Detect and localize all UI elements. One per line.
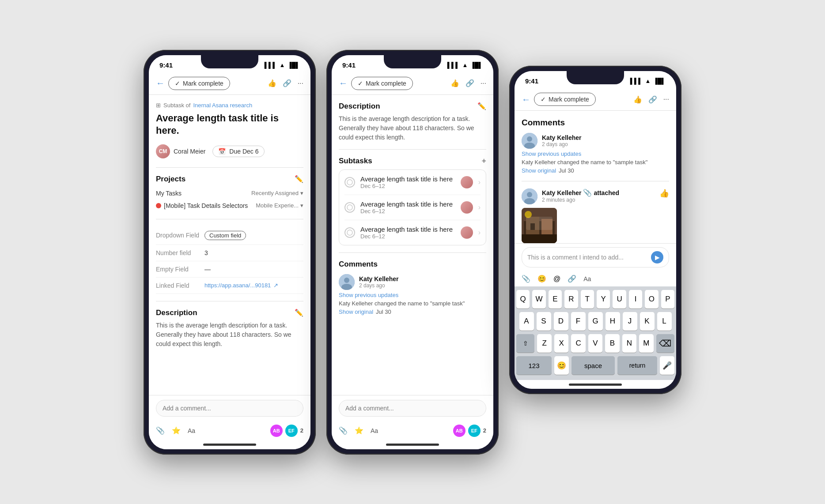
project-row-2[interactable]: [Mobile] Task Details Selectors Mobile E… [156,199,303,212]
back-button[interactable]: ← [156,78,165,88]
key-k[interactable]: K [640,312,655,331]
signal-icon: ▌▌▌ [630,78,643,84]
key-z[interactable]: Z [537,334,551,353]
status-icons: ▌▌▌ ▲ ▐█▌ [630,78,666,84]
mention-icon[interactable]: @ [553,275,560,283]
subtasks-list: Average length task title is here Dec 6–… [339,169,486,245]
more-icon[interactable]: ··· [481,79,486,87]
svg-rect-15 [530,223,535,230]
link-icon[interactable]: 🔗 [568,275,576,283]
link-icon[interactable]: 🔗 [283,79,291,87]
attachment-icon[interactable]: 📎 [339,426,348,435]
text-format-icon[interactable]: Aa [371,427,378,434]
add-subtask-icon[interactable]: + [481,157,486,166]
key-x[interactable]: X [554,334,568,353]
link-icon[interactable]: 🔗 [465,79,474,87]
avatar-ab: AB [270,425,283,437]
phone-3: 9:41 ▌▌▌ ▲ ▐█▌ ← ✓ Mark complete 👍 [509,66,681,438]
key-n[interactable]: N [622,334,636,353]
comment-item-2: Katy Kelleher 📎 attached 2 minutes ago 👍 [522,188,669,243]
key-y[interactable]: Y [597,290,610,308]
description-edit-icon[interactable]: ✏️ [477,102,486,110]
field-empty[interactable]: Empty Field — [156,261,303,278]
key-shift[interactable]: ⇧ [516,334,534,353]
show-original-link[interactable]: Show original [522,167,556,174]
link-icon[interactable]: 🔗 [648,95,657,104]
more-icon[interactable]: ··· [298,79,303,87]
project-row-1[interactable]: My Tasks Recently Assigned ▾ [156,187,303,199]
key-v[interactable]: V [588,334,602,353]
key-space[interactable]: space [571,356,615,375]
key-i[interactable]: I [629,290,642,308]
key-o[interactable]: O [645,290,658,308]
subtask-avatar-3 [461,226,473,239]
text-format-icon[interactable]: Aa [583,275,591,282]
key-g[interactable]: G [588,312,603,331]
key-d[interactable]: D [554,312,568,331]
key-f[interactable]: F [571,312,586,331]
subtask-item-3[interactable]: Average length task title is here Dec 6–… [344,220,481,245]
key-j[interactable]: J [623,312,637,331]
comment-input-text[interactable]: This is a comment I intend to add... [527,254,647,261]
star-icon[interactable]: ⭐ [355,426,363,435]
subtask-check-1[interactable] [344,177,355,188]
key-w[interactable]: W [532,290,545,308]
keyboard-row-3: ⇧ Z X C V B N M ⌫ [516,334,674,353]
subtask-parent-link[interactable]: Inernal Asana research [193,102,252,109]
key-mic[interactable]: 🎤 [660,356,674,375]
mark-complete-button[interactable]: ✓ Mark complete [534,93,596,106]
mark-complete-button[interactable]: ✓ Mark complete [168,77,230,90]
subtask-item-2[interactable]: Average length task title is here Dec 6–… [344,195,481,220]
subtask-check-3[interactable] [344,227,355,238]
key-m[interactable]: M [639,334,653,353]
field-dropdown[interactable]: Dropdown Field Custom field [156,226,303,245]
key-e[interactable]: E [549,290,562,308]
like-icon[interactable]: 👍 [268,79,276,87]
key-123[interactable]: 123 [516,356,552,375]
key-l[interactable]: L [657,312,672,331]
key-r[interactable]: R [564,290,578,308]
key-p[interactable]: P [661,290,674,308]
back-button[interactable]: ← [339,78,348,88]
more-icon[interactable]: ··· [663,95,669,103]
back-button[interactable]: ← [522,94,530,105]
key-t[interactable]: T [581,290,594,308]
like-icon[interactable]: 👍 [450,79,459,87]
show-original-link[interactable]: Show original [339,308,373,315]
key-u[interactable]: U [613,290,626,308]
comment-input[interactable] [156,400,303,417]
description-section: Description ✏️ This is the average lengt… [332,95,493,149]
attachment-icon[interactable]: 📎 [522,275,530,283]
field-linked[interactable]: Linked Field https://app.asana/...90181 … [156,278,303,294]
key-return[interactable]: return [617,356,657,375]
key-b[interactable]: B [605,334,619,353]
like-icon[interactable]: 👍 [633,95,642,104]
mark-complete-button[interactable]: ✓ Mark complete [351,77,413,90]
key-emoji[interactable]: 😊 [554,356,569,375]
comment-toolbar: 📎 ⭐ Aa AB EF 2 [332,421,493,440]
key-q[interactable]: Q [516,290,530,308]
key-h[interactable]: H [606,312,620,331]
show-updates-link[interactable]: Show previous updates [339,292,486,298]
edit-icon[interactable]: ✏️ [295,175,303,183]
description-edit-icon[interactable]: ✏️ [295,308,303,317]
attached-image[interactable] [522,208,557,243]
due-date[interactable]: 📅 Due Dec 6 [212,146,264,157]
key-c[interactable]: C [571,334,585,353]
svg-point-1 [347,205,352,210]
key-a[interactable]: A [519,312,534,331]
key-delete[interactable]: ⌫ [656,334,674,353]
key-s[interactable]: S [537,312,551,331]
attachment-icon[interactable]: 📎 [156,426,165,435]
text-format-icon[interactable]: Aa [188,427,195,434]
subtask-check-2[interactable] [344,202,355,213]
assignee[interactable]: CM Coral Meier [156,144,205,158]
comment-input[interactable] [339,400,486,417]
field-number[interactable]: Number field 3 [156,245,303,261]
like-comment-button[interactable]: 👍 [659,188,669,198]
subtask-item-1[interactable]: Average length task title is here Dec 6–… [344,170,481,195]
star-icon[interactable]: ⭐ [172,426,181,435]
emoji-icon[interactable]: 😊 [537,275,546,283]
show-updates-link[interactable]: Show previous updates [522,150,669,157]
send-button[interactable]: ▶ [651,251,663,263]
